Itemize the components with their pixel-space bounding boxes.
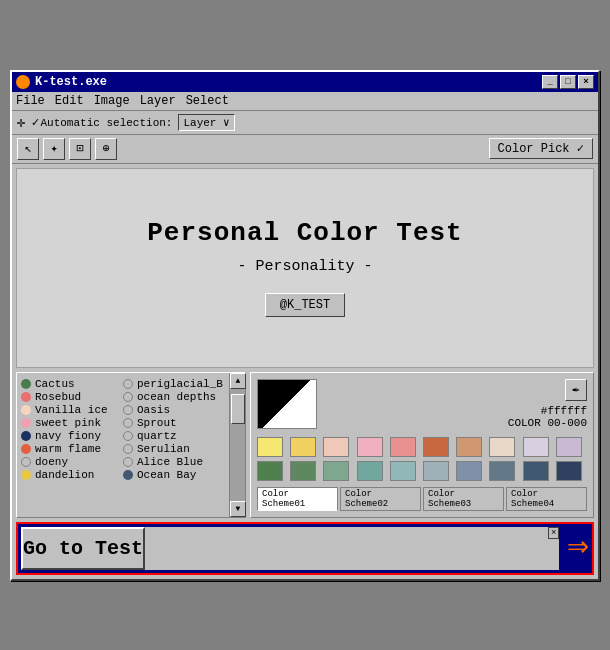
target-icon: ⊕ <box>102 141 109 156</box>
tools-row: ↖ ✦ ⊡ ⊕ Color Pick ✓ <box>12 135 598 164</box>
color-preview[interactable] <box>257 379 317 429</box>
color-item-dandelion[interactable]: dandelion <box>21 469 123 481</box>
color-pick-button[interactable]: Color Pick ✓ <box>489 138 593 159</box>
color-item-cactus[interactable]: Cactus <box>21 378 123 390</box>
color-picker-panel: ✒ #ffffff COLOR 00-000 <box>250 372 594 518</box>
color-item-oasis[interactable]: Oasis <box>123 404 225 416</box>
scheme-tab-2[interactable]: Color Scheme02 <box>340 487 421 511</box>
color-item-sprout[interactable]: Sprout <box>123 417 225 429</box>
window-title: K-test.exe <box>35 75 107 89</box>
color-item-doeny[interactable]: doeny <box>21 456 123 468</box>
close-button[interactable]: × <box>578 75 594 89</box>
menu-file[interactable]: File <box>16 94 45 108</box>
color-item-serulian[interactable]: Serulian <box>123 443 225 455</box>
ocean-depths-dot <box>123 392 133 402</box>
color-item-vanilla[interactable]: Vanilla ice <box>21 404 123 416</box>
serulian-dot <box>123 444 133 454</box>
swatch-2-6[interactable] <box>423 461 449 481</box>
color-item-ocean-depths[interactable]: ocean depths <box>123 391 225 403</box>
scroll-down-button[interactable]: ▼ <box>230 501 246 517</box>
scroll-thumb[interactable] <box>231 394 245 424</box>
swatch-2-2[interactable] <box>290 461 316 481</box>
color-item-warm-flame[interactable]: warm flame <box>21 443 123 455</box>
swatch-1-2[interactable] <box>290 437 316 457</box>
target-tool[interactable]: ⊕ <box>95 138 117 160</box>
swatch-2-9[interactable] <box>523 461 549 481</box>
navy-label: navy fiony <box>35 430 101 442</box>
goto-close-button[interactable]: × <box>548 527 559 539</box>
swatch-1-1[interactable] <box>257 437 283 457</box>
title-bar-buttons: _ □ × <box>542 75 594 89</box>
menu-select[interactable]: Select <box>186 94 229 108</box>
swatch-1-8[interactable] <box>489 437 515 457</box>
color-row-8: dandelion Ocean Bay <box>21 469 225 481</box>
auto-selection-label: ✓Automatic selection: <box>31 116 172 129</box>
swatch-2-10[interactable] <box>556 461 582 481</box>
color-item-sweet-pink[interactable]: sweet pink <box>21 417 123 429</box>
wand-icon: ✦ <box>50 141 57 156</box>
scheme-tab-4[interactable]: Color Scheme04 <box>506 487 587 511</box>
main-window: K-test.exe _ □ × File Edit Image Layer S… <box>10 70 600 581</box>
cursor-tool[interactable]: ↖ <box>17 138 39 160</box>
color-list-panel: Cactus periglacial_B Rosebud ocean depth… <box>16 372 246 518</box>
vanilla-label: Vanilla ice <box>35 404 108 416</box>
scroll-up-button[interactable]: ▲ <box>230 373 246 389</box>
periglacial-dot <box>123 379 133 389</box>
restore-button[interactable]: □ <box>560 75 576 89</box>
color-row-6: warm flame Serulian <box>21 443 225 455</box>
color-item-periglacial[interactable]: periglacial_B <box>123 378 225 390</box>
quartz-dot <box>123 431 133 441</box>
color-item-rosebud[interactable]: Rosebud <box>21 391 123 403</box>
scheme-tab-3[interactable]: Color Scheme03 <box>423 487 504 511</box>
swatch-1-10[interactable] <box>556 437 582 457</box>
canvas-title: Personal Color Test <box>147 218 462 248</box>
goto-test-button[interactable]: Go to Test <box>21 527 145 570</box>
dandelion-dot <box>21 470 31 480</box>
menubar: File Edit Image Layer Select <box>12 92 598 111</box>
swatch-2-5[interactable] <box>390 461 416 481</box>
swatch-1-6[interactable] <box>423 437 449 457</box>
color-item-alice-blue[interactable]: Alice Blue <box>123 456 225 468</box>
swatch-1-9[interactable] <box>523 437 549 457</box>
alice-blue-dot <box>123 457 133 467</box>
swatch-1-7[interactable] <box>456 437 482 457</box>
navy-dot <box>21 431 31 441</box>
wand-tool[interactable]: ✦ <box>43 138 65 160</box>
move-tool[interactable]: ✛ <box>17 114 25 131</box>
color-item-ocean-bay[interactable]: Ocean Bay <box>123 469 225 481</box>
canvas-badge[interactable]: @K_TEST <box>265 293 345 317</box>
menu-layer[interactable]: Layer <box>140 94 176 108</box>
swatch-2-7[interactable] <box>456 461 482 481</box>
color-row-1: Cactus periglacial_B <box>21 378 225 390</box>
color-item-navy[interactable]: navy fiony <box>21 430 123 442</box>
swatch-1-5[interactable] <box>390 437 416 457</box>
color-list-content: Cactus periglacial_B Rosebud ocean depth… <box>17 373 229 486</box>
color-row-3: Vanilla ice Oasis <box>21 404 225 416</box>
swatch-2-3[interactable] <box>323 461 349 481</box>
crop-tool[interactable]: ⊡ <box>69 138 91 160</box>
periglacial-label: periglacial_B <box>137 378 223 390</box>
menu-image[interactable]: Image <box>94 94 130 108</box>
swatch-1-4[interactable] <box>357 437 383 457</box>
swatch-2-4[interactable] <box>357 461 383 481</box>
menu-edit[interactable]: Edit <box>55 94 84 108</box>
arrow-right-icon: ⇒ <box>567 530 589 566</box>
warm-flame-dot <box>21 444 31 454</box>
title-bar: K-test.exe _ □ × <box>12 72 598 92</box>
color-item-quartz[interactable]: quartz <box>123 430 225 442</box>
scheme-tab-1[interactable]: Color Scheme01 <box>257 487 338 511</box>
dandelion-label: dandelion <box>35 469 94 481</box>
layer-dropdown[interactable]: Layer ∨ <box>178 114 234 131</box>
alice-blue-label: Alice Blue <box>137 456 203 468</box>
tools-icons: ↖ ✦ ⊡ ⊕ <box>17 138 117 160</box>
app-icon <box>16 75 30 89</box>
eyedropper-button[interactable]: ✒ <box>565 379 587 401</box>
swatch-2-1[interactable] <box>257 461 283 481</box>
color-preview-container <box>257 379 317 429</box>
goto-container: × Go to Test <box>21 527 559 570</box>
swatch-1-3[interactable] <box>323 437 349 457</box>
swatch-2-8[interactable] <box>489 461 515 481</box>
minimize-button[interactable]: _ <box>542 75 558 89</box>
color-list-scrollbar[interactable]: ▲ ▼ <box>229 373 245 517</box>
scroll-track <box>230 389 245 501</box>
